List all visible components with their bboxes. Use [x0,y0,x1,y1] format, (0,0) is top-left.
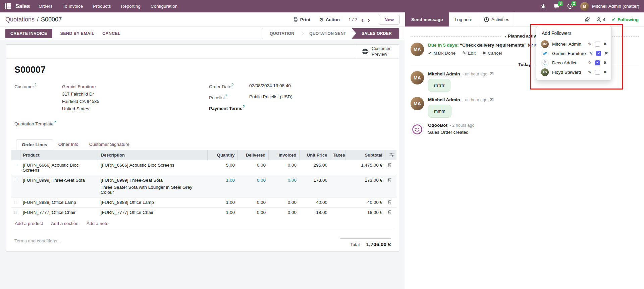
attach-files-button[interactable] [585,17,590,22]
table-row[interactable]: ⠿ [FURN_8888] Office Lamp [FURN_8888] Of… [11,197,396,207]
follower-checkbox[interactable] [595,42,600,47]
cell-invoiced: 0.00 [268,207,299,217]
remove-follower-icon[interactable]: ✖ [603,60,607,65]
trash-icon[interactable] [388,163,394,167]
optional-columns-header[interactable] [385,150,396,160]
taxes-header[interactable]: Taxes [330,150,345,160]
follower-row[interactable]: Deco Deco Addict ✎ ✖ [536,58,611,67]
messages-icon[interactable]: 8 [553,3,560,10]
drag-handle-icon[interactable]: ⠿ [14,200,17,205]
table-row[interactable]: ⠿ [FURN_8999] Three-Seat Sofa [FURN_8999… [11,175,396,197]
add-followers-title[interactable]: Add Followers [536,26,611,39]
follower-avatar: MA [541,40,549,48]
app-name[interactable]: Sales [15,3,30,9]
order-date-label: Order Date? [209,83,249,89]
followers-button[interactable]: 4 [596,17,605,22]
envelope-icon[interactable]: ✉ [490,71,494,76]
check-icon: ✔ [428,50,432,56]
user-menu[interactable]: M Mitchell Admin (chatter) [580,2,639,11]
remove-follower-icon[interactable]: ✖ [603,70,607,74]
pager-previous-icon[interactable]: ‹ [361,16,364,23]
log-note-button[interactable]: Log note [449,12,479,26]
follower-row[interactable]: MA Mitchell Admin ✎ ✖ [536,39,611,49]
menu-orders[interactable]: Orders [39,4,52,9]
message-author[interactable]: Mitchell Admin [428,71,460,76]
stage-quotation[interactable]: QUOTATION [262,28,302,39]
pencil-icon[interactable]: ✎ [589,51,593,56]
menu-configuration[interactable]: Configuration [151,4,177,9]
tab-customer-signature[interactable]: Customer Signature [84,139,135,150]
pager-next-icon[interactable]: › [368,16,370,23]
menu-to-invoice[interactable]: To Invoice [62,4,83,9]
following-button[interactable]: ✔ Following [612,17,639,22]
stage-sales-order[interactable]: SALES ORDER [352,28,399,39]
drag-handle-icon[interactable]: ⠿ [14,178,17,182]
trash-icon[interactable] [388,200,394,205]
menu-products[interactable]: Products [93,4,111,9]
cell-description: [FURN_7777] Office Chair [98,207,207,217]
cell-quantity: 1.00 [207,207,237,217]
envelope-icon[interactable]: ✉ [490,97,494,102]
add-product-link[interactable]: Add a product [15,221,43,226]
follower-checkbox[interactable] [595,70,600,75]
trash-icon[interactable] [388,178,394,182]
table-row[interactable]: ⠿ [FURN_6666] Acoustic Bloc Screens [FUR… [11,160,396,175]
activity-due: Due in 5 days: [428,43,459,48]
new-button[interactable]: New [379,15,399,24]
customer-preview-button[interactable]: Customer Preview [356,45,399,58]
follower-row[interactable]: FS Floyd Steward ✎ ✖ [536,67,611,77]
create-invoice-button[interactable]: CREATE INVOICE [5,29,52,38]
follower-checkbox[interactable] [595,60,600,65]
printer-icon [293,17,298,22]
invoiced-header[interactable]: Invoiced [268,150,299,160]
action-button[interactable]: ⚙ Action [319,17,340,22]
drag-handle-icon[interactable]: ⠿ [14,211,17,215]
message-author[interactable]: Mitchell Admin [428,97,460,102]
description-header[interactable]: Description [98,150,207,160]
quantity-header[interactable]: Quantity [207,150,237,160]
handle-column-header [11,150,20,160]
pricelist-field[interactable]: Pricelist? Public Pricelist (USD) [209,94,391,100]
drag-handle-icon[interactable]: ⠿ [14,163,17,167]
follower-row[interactable]: Gemini Furniture ✎ ✖ [536,49,611,58]
subtotal-header[interactable]: Subtotal [345,150,385,160]
payment-terms-field[interactable]: Payment Terms? [209,105,391,111]
trash-icon[interactable] [388,210,394,215]
terms-placeholder[interactable]: Terms and conditions... [14,238,61,243]
tab-other-info[interactable]: Other Info [53,139,84,150]
remove-follower-icon[interactable]: ✖ [603,42,607,46]
table-row[interactable]: ⠿ [FURN_7777] Office Chair [FURN_7777] O… [11,207,396,217]
unit-price-header[interactable]: Unit Price [299,150,330,160]
message-author[interactable]: OdooBot [428,123,447,128]
add-section-link[interactable]: Add a section [51,221,78,226]
tab-order-lines[interactable]: Order Lines [16,139,53,150]
cancel-button[interactable]: CANCEL [102,31,120,36]
quotation-template-field[interactable]: Quotation Template? [14,120,209,126]
activities-badge: 2 [572,1,576,6]
customer-label: Customer? [14,83,62,112]
product-header[interactable]: Product [20,150,98,160]
delivered-header[interactable]: Delivered [237,150,268,160]
send-by-email-button[interactable]: SEND BY EMAIL [60,31,95,36]
bug-icon[interactable] [540,3,547,10]
print-button[interactable]: Print [293,17,311,22]
add-note-link[interactable]: Add a note [87,221,108,226]
pencil-icon[interactable]: ✎ [588,42,592,47]
mark-done-button[interactable]: ✔Mark Done [428,50,455,56]
follower-checkbox[interactable] [596,51,601,56]
apps-menu-icon[interactable] [5,3,11,10]
pencil-icon[interactable]: ✎ [588,60,592,65]
remove-follower-icon[interactable]: ✖ [604,51,608,56]
activities-button[interactable]: Activities [478,12,515,26]
activities-clock-icon[interactable]: 2 [567,3,574,10]
order-date-field[interactable]: Order Date? 02/08/2024 13:08:40 [209,83,391,89]
edit-activity-button[interactable]: ✎Edit [462,50,476,56]
pencil-icon[interactable]: ✎ [588,70,592,75]
send-message-button[interactable]: Send message [405,12,449,26]
cell-description[interactable]: [FURN_8999] Three-Seat Sofa Three Seater… [98,175,207,197]
breadcrumb-quotations[interactable]: Quotations [5,16,35,23]
cancel-activity-button[interactable]: ✖Cancel [482,50,502,56]
customer-link[interactable]: Gemini Furniture [62,83,99,91]
menu-reporting[interactable]: Reporting [121,4,141,9]
stage-quotation-sent[interactable]: QUOTATION SENT [302,28,354,39]
